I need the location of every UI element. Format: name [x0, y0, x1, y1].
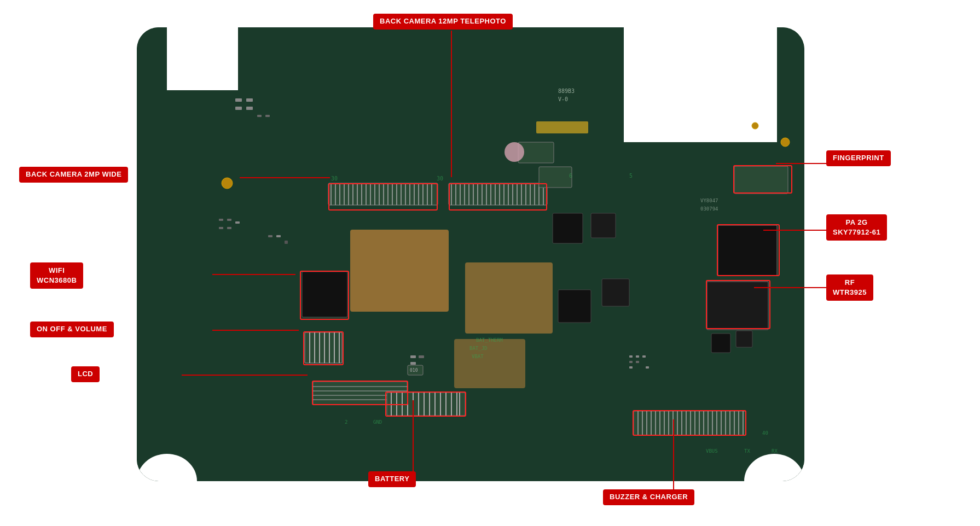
svg-text:TX: TX: [744, 448, 750, 454]
svg-text:BAT_JD: BAT_JD: [469, 346, 488, 351]
svg-point-133: [781, 138, 790, 147]
svg-text:30: 30: [331, 176, 338, 182]
svg-rect-162: [736, 331, 752, 347]
pa2g-label: PA 2GSKY77912-61: [826, 214, 887, 241]
svg-text:BAT_THERM: BAT_THERM: [476, 337, 503, 343]
pcb-board: BAT_THERM BAT_JD VBAT GND VBUS TX RX 889…: [137, 27, 804, 481]
svg-rect-8: [235, 98, 242, 102]
svg-rect-9: [246, 98, 253, 102]
svg-rect-120: [219, 219, 223, 221]
svg-text:VBAT: VBAT: [472, 354, 484, 359]
pa2g-highlight: [717, 224, 780, 276]
svg-rect-1: [167, 27, 238, 90]
svg-rect-135: [518, 142, 554, 163]
wifi-chip-highlight: [300, 271, 349, 320]
svg-rect-155: [636, 355, 639, 358]
svg-text:5: 5: [629, 173, 633, 179]
wifi-label: WIFIWCN3680B: [30, 262, 83, 289]
svg-rect-169: [536, 121, 588, 133]
battery-highlight: [385, 391, 466, 417]
svg-text:2: 2: [345, 419, 347, 425]
svg-text:GND: GND: [373, 419, 382, 425]
board-container: BAT_THERM BAT_JD VBAT GND VBUS TX RX 889…: [120, 11, 859, 503]
back-camera-telephoto-connector-1: [328, 183, 438, 211]
lcd-label: LCD: [71, 366, 100, 382]
fingerprint-highlight: [733, 165, 792, 194]
svg-text:6: 6: [569, 173, 572, 179]
svg-text:010: 010: [410, 368, 418, 373]
svg-rect-156: [642, 355, 646, 358]
svg-rect-126: [276, 235, 281, 237]
svg-point-4: [744, 454, 804, 481]
rf-label: RFWTR3925: [826, 274, 873, 301]
svg-rect-159: [629, 366, 633, 369]
onoff-line: [212, 330, 299, 331]
svg-text:889B3: 889B3: [558, 88, 575, 94]
svg-rect-125: [268, 235, 272, 237]
svg-rect-127: [285, 241, 288, 244]
svg-rect-158: [636, 361, 639, 363]
back-camera-wide-label: BACK CAMERA 2MP WIDE: [19, 167, 128, 183]
svg-rect-12: [257, 115, 262, 117]
fingerprint-line: [776, 163, 826, 164]
back-camera-telephoto-label: BACK CAMERA 12MP TELEPHOTO: [373, 14, 513, 30]
onoff-volume-highlight: [303, 331, 344, 365]
svg-rect-130: [558, 290, 591, 323]
svg-rect-10: [235, 107, 242, 110]
svg-point-3: [137, 454, 197, 481]
lcd-line: [182, 375, 308, 376]
svg-point-132: [222, 178, 233, 189]
svg-rect-6: [465, 262, 553, 334]
svg-point-134: [752, 122, 758, 129]
svg-rect-164: [419, 355, 424, 358]
battery-line: [413, 400, 414, 471]
wifi-line: [212, 274, 295, 275]
battery-label: BATTERY: [368, 471, 416, 487]
svg-text:RX: RX: [772, 448, 778, 454]
svg-rect-161: [711, 334, 730, 353]
back-camera-wide-line: [240, 177, 330, 178]
svg-rect-122: [235, 221, 240, 224]
svg-text:VY8047: VY8047: [700, 198, 718, 203]
on-off-volume-label: ON OFF & VOLUME: [30, 322, 114, 337]
fingerprint-label: FINGERPRINT: [826, 150, 891, 166]
buzzer-charger-line: [673, 419, 674, 489]
svg-text:030794: 030794: [700, 206, 718, 212]
svg-rect-11: [246, 107, 253, 110]
svg-text:30: 30: [437, 176, 443, 182]
buzzer-charger-highlight: [633, 410, 746, 436]
svg-text:40: 40: [762, 430, 768, 436]
svg-rect-128: [553, 213, 583, 243]
back-camera-telephoto-line: [451, 31, 452, 177]
svg-point-168: [505, 142, 524, 162]
svg-text:VBUS: VBUS: [706, 448, 718, 454]
pa2g-line: [763, 230, 826, 231]
svg-rect-131: [602, 279, 629, 306]
rf-line: [754, 287, 826, 288]
svg-rect-157: [629, 361, 633, 363]
svg-rect-129: [591, 213, 616, 238]
svg-rect-123: [219, 227, 223, 229]
svg-rect-160: [646, 366, 649, 369]
svg-rect-166: [408, 365, 423, 375]
svg-rect-5: [350, 230, 449, 312]
svg-text:V-0: V-0: [558, 96, 568, 102]
svg-rect-121: [227, 219, 231, 221]
svg-rect-13: [265, 115, 270, 117]
svg-rect-124: [227, 227, 231, 229]
back-camera-telephoto-connector-2: [449, 183, 547, 211]
svg-rect-7: [454, 339, 525, 388]
buzzer-charger-label: BUZZER & CHARGER: [603, 489, 694, 505]
svg-rect-2: [624, 27, 777, 142]
svg-rect-163: [410, 355, 416, 358]
svg-rect-165: [410, 362, 416, 365]
svg-rect-154: [629, 355, 633, 358]
